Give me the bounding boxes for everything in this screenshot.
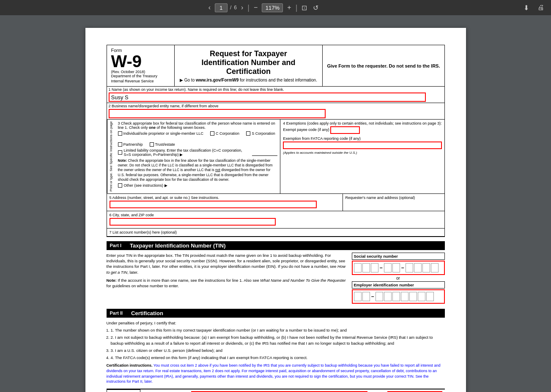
print-button[interactable]: 🖨: [536, 3, 546, 12]
field6-label: 6 City, state, and ZIP code: [110, 213, 442, 217]
sign-here-label: Sign Here: [107, 389, 140, 392]
form-header-right: Give Form to the requester. Do not send …: [323, 45, 444, 86]
ein-cell-2[interactable]: [362, 292, 370, 301]
fatca-input[interactable]: [283, 142, 441, 149]
form-number: W-9: [111, 53, 170, 70]
fatca-note: (Applies to accounts maintained outside …: [283, 151, 441, 155]
cert-item-4: 4. The FATCA code(s) entered on this for…: [111, 355, 445, 360]
field1-label: 1 Name (as shown on your income tax retu…: [109, 87, 443, 92]
cb-scorp-box[interactable]: [246, 131, 250, 136]
form-dept1: Department of the Treasury: [111, 74, 170, 79]
form-title-main: Request for Taxpayer: [179, 49, 318, 58]
ein-cell-8[interactable]: [418, 292, 425, 301]
ein-grid[interactable]: −: [352, 289, 445, 304]
ein-dash: −: [371, 294, 374, 299]
field1-input[interactable]: [109, 93, 426, 102]
cb-trust-box[interactable]: [150, 142, 154, 147]
exempt-payee-label: Exempt payee code (if any): [283, 128, 329, 132]
cb-partnership-box[interactable]: [118, 142, 122, 147]
part2-header: Part II Certification: [107, 309, 445, 318]
llc-label: Limited liability company. Enter the tax…: [124, 148, 251, 157]
page-total: 6: [234, 5, 237, 11]
ein-cell-9[interactable]: [426, 292, 434, 301]
tax-class-main: 3 Check appropriate box for federal tax …: [115, 120, 281, 193]
form-header-center: Request for Taxpayer Identification Numb…: [175, 45, 323, 86]
ssn-cell-8[interactable]: [422, 263, 430, 272]
cb-ccorp-box[interactable]: [210, 131, 214, 136]
address-requester: Requester's name and address (optional): [343, 194, 444, 211]
zoom-out-button[interactable]: −: [252, 3, 259, 12]
tax-class-sidebar: Print or type. See Specific Instructions…: [107, 120, 115, 193]
sidebar-text: Print or type. See Specific Instructions…: [109, 121, 113, 191]
field6-input[interactable]: [110, 218, 276, 226]
part1-right: Social security number − − or Employer i…: [352, 253, 445, 305]
zoom-level: 117%: [262, 3, 283, 12]
ein-cell-4[interactable]: [384, 292, 392, 301]
download-button[interactable]: ⬇: [522, 3, 531, 13]
ein-cell-3[interactable]: [376, 292, 383, 301]
city-section: 6 City, state, and ZIP code: [107, 211, 444, 229]
rotate-button[interactable]: ↺: [311, 3, 320, 13]
field5-label: 5 Address (number, street, and apt. or s…: [110, 196, 340, 200]
ssn-dash-2: −: [401, 265, 404, 271]
prev-page-button[interactable]: ‹: [207, 3, 212, 12]
form-dept2: Internal Revenue Service: [111, 79, 170, 84]
cb-partnership: Partnership: [118, 142, 143, 147]
part2-content: Under penalties of perjury, I certify th…: [107, 320, 445, 384]
ein-cell-6[interactable]: [401, 292, 408, 301]
fit-page-button[interactable]: ⊡: [300, 3, 309, 13]
cb-scorp-label: S Corporation: [252, 131, 275, 136]
field1-row: 1 Name (as shown on your income tax retu…: [107, 87, 444, 103]
exemptions-label: 4 Exemptions (codes apply only to certai…: [283, 121, 441, 125]
address-section: 5 Address (number, street, and apt. or s…: [107, 194, 444, 211]
ein-label: Employer identification number: [352, 281, 445, 289]
tax-class-label: 3 Check appropriate box for federal tax …: [118, 121, 278, 130]
toolbar: ‹ / 6 › | − 117% + | ⊡ ↺ ⬇ 🖨: [0, 0, 551, 15]
page-separator: /: [230, 5, 231, 11]
ssn-cell-7[interactable]: [414, 263, 422, 272]
llc-input[interactable]: [252, 149, 277, 156]
ssn-cell-3[interactable]: [371, 263, 378, 272]
ssn-cell-5[interactable]: [392, 263, 400, 272]
cb-trust-label: Trust/estate: [155, 142, 175, 147]
form-title-url: ▶ Go to www.irs.gov/FormW9 for instructi…: [179, 78, 318, 82]
ssn-cell-2[interactable]: [362, 263, 370, 272]
fatca-label: Exemption from FATCA reporting code (if …: [283, 136, 441, 141]
ssn-grid[interactable]: − −: [352, 261, 445, 275]
part1-title: Taxpayer Identification Number (TIN): [130, 242, 226, 249]
field7-label: 7 List account number(s) here (optional): [110, 230, 442, 234]
cert-list: 1. The number shown on this form is my c…: [111, 327, 445, 360]
part1-left: Enter your TIN in the appropriate box. T…: [107, 253, 348, 305]
cb-individual-box[interactable]: [118, 131, 122, 136]
ssn-cell-4[interactable]: [384, 263, 392, 272]
form-rev: (Rev. October 2018): [111, 70, 170, 74]
zoom-in-button[interactable]: +: [285, 3, 293, 12]
ssn-cell-9[interactable]: [431, 263, 439, 272]
date-area: Date ▶: [370, 389, 445, 392]
ssn-cell-6[interactable]: [406, 263, 413, 272]
ein-cell-1[interactable]: [354, 292, 362, 301]
signature-area: Sign Here Signature of U.S. person ▶ Dat…: [107, 389, 445, 392]
llc-row: Limited liability company. Enter the tax…: [118, 148, 278, 157]
next-page-button[interactable]: ›: [239, 3, 245, 12]
ssn-dash-1: −: [380, 265, 383, 271]
cb-other-box[interactable]: [118, 183, 122, 188]
ein-cell-5[interactable]: [392, 292, 400, 301]
ein-cell-7[interactable]: [409, 292, 417, 301]
divider1: |: [247, 3, 249, 12]
field2-row: 2 Business name/disregarded entity name,…: [107, 103, 444, 120]
part1-content: Enter your TIN in the appropriate box. T…: [107, 253, 445, 305]
field5-input[interactable]: [110, 201, 317, 208]
content-area: Form W-9 (Rev. October 2018) Department …: [0, 15, 551, 392]
field2-input[interactable]: [109, 109, 326, 118]
page-number-input[interactable]: [215, 3, 228, 12]
exempt-payee-input[interactable]: [330, 126, 360, 134]
toolbar-center: ‹ / 6 › | − 117% + | ⊡ ↺: [207, 3, 321, 13]
cb-llc-box[interactable]: [118, 150, 122, 155]
tax-class-section: Print or type. See Specific Instructions…: [107, 120, 444, 193]
ssn-cell-1[interactable]: [354, 263, 362, 272]
account-section: 7 List account number(s) here (optional): [107, 229, 444, 237]
part2-title: Certification: [131, 310, 163, 316]
part1-note: Note: If the account is in more than one…: [107, 278, 348, 289]
cert-item-2: 2. I am not subject to backup withholdin…: [111, 335, 445, 346]
